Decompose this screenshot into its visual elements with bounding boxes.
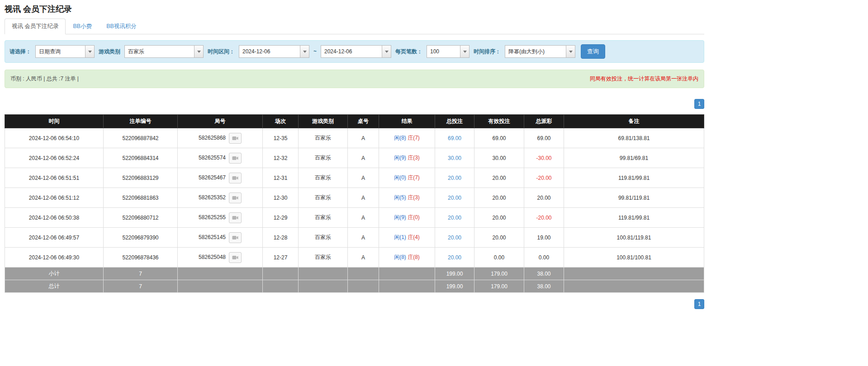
result-banker: 庄(8) xyxy=(408,254,420,260)
page-1-button[interactable]: 1 xyxy=(694,299,704,309)
date-to-input[interactable] xyxy=(321,45,382,58)
summary-empty-cell xyxy=(299,267,348,280)
total-bet-link[interactable]: 20.00 xyxy=(448,235,461,241)
date-range-separator: ~ xyxy=(313,48,317,55)
table-no: A xyxy=(361,254,365,261)
cell-bet-id: 522096883129 xyxy=(104,168,178,188)
round-detail-button[interactable] xyxy=(229,192,242,203)
cell-table-no: A xyxy=(348,148,379,168)
cell-valid-bet: 69.00 xyxy=(474,128,524,148)
table-no: A xyxy=(361,135,365,141)
date-to-combobox xyxy=(321,45,391,58)
cell-round-id: 582625048 xyxy=(178,248,263,267)
tab-bb-video-points[interactable]: BB视讯积分 xyxy=(99,19,144,34)
round-id: 582625255 xyxy=(199,214,226,221)
cell-result: 闲(5) 庄(3) xyxy=(379,188,435,208)
session-no: 12-35 xyxy=(274,135,288,141)
cell-time: 2024-12-06 06:51:12 xyxy=(5,188,104,208)
cell-valid-bet: 20.00 xyxy=(474,228,524,248)
bet-id: 522096881863 xyxy=(122,195,158,201)
cell-total-bet: 20.00 xyxy=(435,228,474,248)
page-size-input[interactable] xyxy=(427,45,460,58)
cell-payout: -20.00 xyxy=(524,208,564,228)
session-no: 12-30 xyxy=(274,195,288,201)
summary-empty-cell xyxy=(564,267,704,280)
col-header-remark: 备注 xyxy=(564,115,704,128)
page-1-button[interactable]: 1 xyxy=(694,99,704,109)
total-bet-link[interactable]: 30.00 xyxy=(448,155,461,161)
cell-valid-bet: 20.00 xyxy=(474,168,524,188)
subtotal-payout: 38.00 xyxy=(524,267,564,280)
time-sort-dropdown-button[interactable] xyxy=(566,45,575,58)
date-to-dropdown-button[interactable] xyxy=(382,45,391,58)
round-detail-button[interactable] xyxy=(229,173,242,183)
cell-bet-id: 522096879390 xyxy=(104,228,178,248)
round-detail-button[interactable] xyxy=(229,232,242,243)
page-size-dropdown-button[interactable] xyxy=(460,45,470,58)
bet-time: 2024-12-06 06:50:38 xyxy=(29,215,79,221)
page-size-combobox xyxy=(427,45,470,58)
cell-round-id: 582625574 xyxy=(178,148,263,168)
bet-id: 522096884314 xyxy=(122,155,158,161)
cell-table-no: A xyxy=(348,188,379,208)
cell-result: 闲(9) 庄(3) xyxy=(379,148,435,168)
search-button[interactable]: 查询 xyxy=(581,44,605,59)
game-type-dropdown-button[interactable] xyxy=(194,45,204,58)
cell-time: 2024-12-06 06:52:24 xyxy=(5,148,104,168)
table-footer: 小计 7 199.00 179.00 38.00 总计 7 1 xyxy=(5,267,704,293)
cell-total-bet: 20.00 xyxy=(435,248,474,267)
video-camera-icon xyxy=(232,155,238,161)
table-body: 2024-12-06 06:54:10522096887842582625868… xyxy=(5,128,704,267)
total-bet-link[interactable]: 20.00 xyxy=(448,195,461,201)
remark: 99.81/119.81 xyxy=(618,195,650,201)
summary-empty-cell xyxy=(348,280,379,293)
cell-remark: 119.81/99.81 xyxy=(564,168,704,188)
query-type-dropdown-button[interactable] xyxy=(85,45,95,58)
date-from-input[interactable] xyxy=(239,45,300,58)
round-id: 582625145 xyxy=(199,234,226,240)
chevron-down-icon xyxy=(463,51,467,53)
total-row: 总计 7 199.00 179.00 38.00 xyxy=(5,280,704,293)
valid-bet: 20.00 xyxy=(492,195,506,201)
remark: 69.81/138.81 xyxy=(618,135,650,141)
tab-betting-records[interactable]: 视讯 会员下注纪录 xyxy=(5,19,66,34)
cell-bet-id: 522096878436 xyxy=(104,248,178,267)
cell-total-bet: 69.00 xyxy=(435,128,474,148)
subtotal-total-bet: 199.00 xyxy=(435,267,474,280)
round-detail-button[interactable] xyxy=(229,212,242,223)
cell-time: 2024-12-06 06:50:38 xyxy=(5,208,104,228)
time-sort-input[interactable] xyxy=(505,45,566,58)
round-detail-button[interactable] xyxy=(229,153,242,164)
round-detail-button[interactable] xyxy=(229,252,242,263)
bet-id: 522096887842 xyxy=(122,135,158,141)
total-bet-link[interactable]: 69.00 xyxy=(448,135,461,141)
cell-session: 12-35 xyxy=(263,128,299,148)
cell-payout: -30.00 xyxy=(524,148,564,168)
valid-bet: 0.00 xyxy=(494,254,504,261)
cell-game-type: 百家乐 xyxy=(299,148,348,168)
cell-game-type: 百家乐 xyxy=(299,188,348,208)
tab-bar: 视讯 会员下注纪录 BB小费 BB视讯积分 xyxy=(5,19,704,34)
total-bet-link[interactable]: 20.00 xyxy=(448,175,461,181)
cell-time: 2024-12-06 06:54:10 xyxy=(5,128,104,148)
query-type-label: 请选择： xyxy=(9,48,31,56)
query-type-input[interactable] xyxy=(35,45,85,58)
page-container: 视讯 会员下注纪录 视讯 会员下注纪录 BB小费 BB视讯积分 请选择： 游戏类… xyxy=(5,0,704,309)
summary-empty-cell xyxy=(379,267,435,280)
remark: 119.81/99.81 xyxy=(618,175,650,181)
chevron-down-icon xyxy=(88,51,92,53)
table-no: A xyxy=(361,215,365,221)
tab-bb-tips[interactable]: BB小费 xyxy=(66,19,99,34)
total-bet-link[interactable]: 20.00 xyxy=(448,215,461,221)
game-type-input[interactable] xyxy=(124,45,194,58)
round-detail-button[interactable] xyxy=(229,133,242,144)
cell-table-no: A xyxy=(348,248,379,267)
table-row: 2024-12-06 06:49:30522096878436582625048… xyxy=(5,248,704,267)
cell-bet-id: 522096884314 xyxy=(104,148,178,168)
cell-round-id: 582625352 xyxy=(178,188,263,208)
cell-remark: 99.81/119.81 xyxy=(564,188,704,208)
cell-result: 闲(8) 庄(7) xyxy=(379,128,435,148)
cell-result: 闲(0) 庄(7) xyxy=(379,168,435,188)
total-bet-link[interactable]: 20.00 xyxy=(448,254,461,261)
date-from-dropdown-button[interactable] xyxy=(300,45,309,58)
